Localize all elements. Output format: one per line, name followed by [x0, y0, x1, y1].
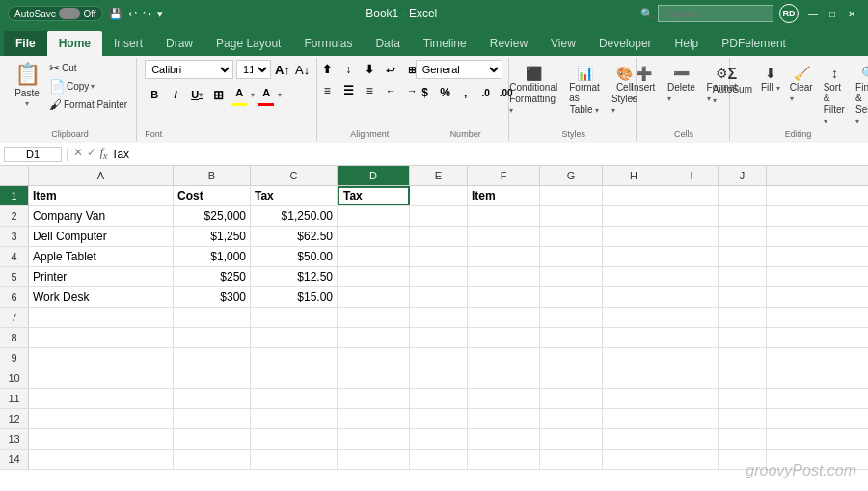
formula-input[interactable]: [111, 148, 864, 161]
cell-b3[interactable]: $1,250: [174, 227, 251, 246]
cell-c12[interactable]: [251, 409, 338, 428]
tab-developer[interactable]: Developer: [587, 31, 664, 56]
border-button[interactable]: ⊞: [208, 85, 228, 104]
cell-a7[interactable]: [29, 308, 174, 327]
cell-j11[interactable]: [719, 389, 767, 408]
cell-g7[interactable]: [540, 308, 603, 327]
cell-e14[interactable]: [410, 450, 468, 469]
row-num-5[interactable]: 5: [0, 267, 29, 286]
tab-data[interactable]: Data: [364, 31, 411, 56]
insert-button[interactable]: ➕ Insert ▾: [627, 64, 660, 105]
cell-g5[interactable]: [540, 267, 603, 286]
tab-help[interactable]: Help: [664, 31, 711, 56]
cancel-icon[interactable]: ✕: [73, 146, 83, 161]
row-num-12[interactable]: 12: [0, 409, 29, 428]
cell-e11[interactable]: [410, 389, 468, 408]
cell-b9[interactable]: [174, 348, 251, 368]
col-header-f[interactable]: F: [468, 166, 540, 185]
customize-icon[interactable]: ▾: [157, 8, 163, 20]
cell-h10[interactable]: [603, 368, 665, 388]
sort-filter-button[interactable]: ↕ Sort & Filter ▾: [820, 64, 850, 127]
insert-function-icon[interactable]: fx: [100, 146, 108, 161]
cell-e7[interactable]: [410, 308, 468, 327]
cell-g6[interactable]: [540, 287, 603, 307]
font-color-button[interactable]: A: [257, 83, 276, 102]
cell-j13[interactable]: [719, 429, 767, 449]
cell-g8[interactable]: [540, 328, 603, 347]
cell-a6[interactable]: Work Desk: [29, 287, 174, 307]
cell-g10[interactable]: [540, 368, 603, 388]
align-top-button[interactable]: ⬆: [317, 60, 337, 79]
row-num-4[interactable]: 4: [0, 247, 29, 266]
cell-f13[interactable]: [468, 429, 540, 449]
cell-c1[interactable]: Tax: [251, 186, 338, 205]
confirm-icon[interactable]: ✓: [87, 146, 96, 161]
cell-i14[interactable]: [665, 450, 719, 469]
number-format-select[interactable]: General Number Currency Short Date: [416, 60, 502, 79]
cell-i8[interactable]: [665, 328, 719, 347]
cell-i1[interactable]: [665, 186, 719, 205]
cell-e10[interactable]: [410, 368, 468, 388]
cell-g9[interactable]: [540, 348, 603, 368]
minimize-button[interactable]: —: [804, 5, 822, 22]
row-num-9[interactable]: 9: [0, 348, 29, 368]
cell-d2[interactable]: [338, 206, 410, 226]
percent-button[interactable]: %: [436, 83, 455, 102]
cell-h11[interactable]: [603, 389, 665, 408]
cell-b2[interactable]: $25,000: [174, 206, 251, 226]
cell-b12[interactable]: [174, 409, 251, 428]
cell-j1[interactable]: [719, 186, 767, 205]
cell-j10[interactable]: [719, 368, 767, 388]
cell-h13[interactable]: [603, 429, 665, 449]
cell-a11[interactable]: [29, 389, 174, 408]
undo-icon[interactable]: ↩: [128, 8, 137, 20]
row-num-14[interactable]: 14: [0, 450, 29, 469]
col-header-b[interactable]: B: [174, 166, 251, 185]
col-header-d[interactable]: D: [338, 166, 410, 185]
row-num-8[interactable]: 8: [0, 328, 29, 347]
cell-d1[interactable]: Tax: [338, 186, 410, 205]
bold-button[interactable]: B: [145, 85, 164, 104]
cell-i13[interactable]: [665, 429, 719, 449]
cell-b11[interactable]: [174, 389, 251, 408]
cell-h7[interactable]: [603, 308, 665, 327]
cell-i11[interactable]: [665, 389, 719, 408]
tab-draw[interactable]: Draw: [154, 31, 204, 56]
font-grow-button[interactable]: A↑: [274, 60, 291, 79]
row-num-2[interactable]: 2: [0, 206, 29, 226]
find-select-button[interactable]: 🔍 Find & Select ▾: [852, 64, 868, 127]
cell-f2[interactable]: [468, 206, 540, 226]
row-num-10[interactable]: 10: [0, 368, 29, 388]
clear-button[interactable]: 🧹 Clear ▾: [786, 64, 818, 105]
cell-e12[interactable]: [410, 409, 468, 428]
cell-d9[interactable]: [338, 348, 410, 368]
tab-pdfelement[interactable]: PDFelement: [710, 31, 798, 56]
row-num-13[interactable]: 13: [0, 429, 29, 449]
cell-d11[interactable]: [338, 389, 410, 408]
cell-j12[interactable]: [719, 409, 767, 428]
cell-b13[interactable]: [174, 429, 251, 449]
cell-i7[interactable]: [665, 308, 719, 327]
col-header-e[interactable]: E: [410, 166, 468, 185]
cell-f8[interactable]: [468, 328, 540, 347]
close-button[interactable]: ✕: [843, 5, 860, 22]
tab-file[interactable]: File: [4, 31, 47, 56]
cell-d12[interactable]: [338, 409, 410, 428]
cell-a2[interactable]: Company Van: [29, 206, 174, 226]
cell-j14[interactable]: [719, 450, 767, 469]
cell-g11[interactable]: [540, 389, 603, 408]
cell-h5[interactable]: [603, 267, 665, 286]
autosave-toggle[interactable]: AutoSave Off: [8, 6, 103, 21]
decrease-decimal-button[interactable]: .0: [476, 83, 496, 102]
tab-insert[interactable]: Insert: [102, 31, 154, 56]
cell-j5[interactable]: [719, 267, 767, 286]
cell-g4[interactable]: [540, 247, 603, 266]
font-size-select[interactable]: 11: [236, 60, 271, 79]
cell-j4[interactable]: [719, 247, 767, 266]
cell-j8[interactable]: [719, 328, 767, 347]
cell-i4[interactable]: [665, 247, 719, 266]
format-as-table-button[interactable]: 📊 Format as Table ▾: [565, 64, 604, 117]
italic-button[interactable]: I: [166, 85, 185, 104]
font-color-dd[interactable]: ▾: [278, 91, 282, 99]
cell-d7[interactable]: [338, 308, 410, 327]
